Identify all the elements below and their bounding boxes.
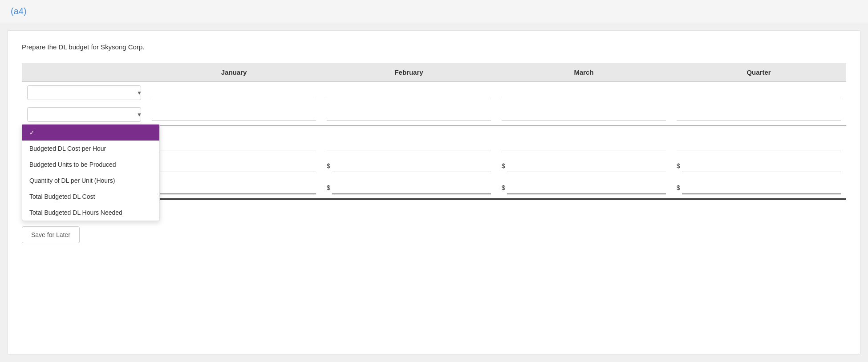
row5-feb-cell: $ bbox=[321, 177, 496, 199]
col-header-label bbox=[22, 63, 146, 82]
row2-dropdown[interactable]: Budgeted DL Cost per Hour Budgeted Units… bbox=[27, 107, 141, 122]
row4-feb-cell: $ bbox=[321, 155, 496, 177]
row5-feb-dollar: $ bbox=[327, 184, 330, 191]
dropdown-overlay: ✓ Budgeted DL Cost per Hour Budgeted Uni… bbox=[22, 124, 160, 221]
dropdown-option-1[interactable]: Budgeted DL Cost per Hour bbox=[22, 141, 159, 157]
row3-mar-input[interactable] bbox=[502, 137, 666, 150]
checkmark-icon: ✓ bbox=[29, 129, 35, 136]
row4-mar-cell: $ bbox=[496, 155, 671, 177]
col-header-february: February bbox=[321, 63, 496, 82]
row3-qtr-cell bbox=[671, 133, 846, 155]
row2-feb-cell bbox=[321, 104, 496, 126]
row4-feb-dollar: $ bbox=[327, 162, 330, 169]
row3-feb-cell bbox=[321, 133, 496, 155]
row5-mar-cell: $ bbox=[496, 177, 671, 199]
table-row-1: Budgeted DL Cost per Hour Budgeted Units… bbox=[22, 82, 846, 104]
row3-feb-input[interactable] bbox=[327, 137, 491, 150]
dropdown-option-label-4: Total Budgeted DL Cost bbox=[29, 193, 95, 200]
row1-mar-cell bbox=[496, 82, 671, 104]
row1-qtr-cell bbox=[671, 82, 846, 104]
row5-mar-dollar: $ bbox=[502, 184, 505, 191]
row4-jan-cell: $ bbox=[146, 155, 321, 177]
dropdown-option-4[interactable]: Total Budgeted DL Cost bbox=[22, 189, 159, 205]
row5-mar-input[interactable] bbox=[507, 181, 666, 194]
row5-jan-input[interactable] bbox=[157, 181, 316, 194]
row1-dropdown[interactable]: Budgeted DL Cost per Hour Budgeted Units… bbox=[27, 85, 141, 100]
row1-jan-cell bbox=[146, 82, 321, 104]
col-header-march: March bbox=[496, 63, 671, 82]
row2-qtr-cell bbox=[671, 104, 846, 126]
sep-feb-cell bbox=[321, 126, 496, 133]
col-header-quarter: Quarter bbox=[671, 63, 846, 82]
row4-mar-dollar: $ bbox=[502, 162, 505, 169]
row4-qtr-cell: $ bbox=[671, 155, 846, 177]
dropdown-option-label-2: Budgeted Units to be Produced bbox=[29, 161, 116, 168]
sep-qtr-cell bbox=[671, 126, 846, 133]
row1-qtr-input[interactable] bbox=[677, 86, 841, 99]
instructions-text: Prepare the DL budget for Skysong Corp. bbox=[22, 43, 846, 51]
page-title: (a4) bbox=[11, 6, 27, 16]
row2-dropdown-cell: Budgeted DL Cost per Hour Budgeted Units… bbox=[22, 104, 146, 126]
sep-jan-cell bbox=[146, 126, 321, 133]
row4-mar-input[interactable] bbox=[507, 159, 666, 172]
row3-mar-cell bbox=[496, 133, 671, 155]
row1-jan-input[interactable] bbox=[152, 86, 316, 99]
row2-jan-input[interactable] bbox=[152, 108, 316, 121]
row4-qtr-input[interactable] bbox=[682, 159, 841, 172]
row1-feb-cell bbox=[321, 82, 496, 104]
row3-jan-input[interactable] bbox=[152, 137, 316, 150]
top-bar: (a4) bbox=[0, 0, 868, 23]
dropdown-option-0[interactable]: ✓ bbox=[22, 125, 159, 141]
row4-jan-input[interactable] bbox=[157, 159, 316, 172]
table-header-row: January February March Quarter bbox=[22, 63, 846, 82]
row3-jan-cell bbox=[146, 133, 321, 155]
dropdown-option-3[interactable]: Quantity of DL per Unit (Hours) bbox=[22, 173, 159, 189]
row2-feb-input[interactable] bbox=[327, 108, 491, 121]
dropdown-option-2[interactable]: Budgeted Units to be Produced bbox=[22, 157, 159, 173]
save-button[interactable]: Save for Later bbox=[22, 226, 80, 243]
dropdown-option-label-1: Budgeted DL Cost per Hour bbox=[29, 145, 106, 152]
row1-dropdown-cell: Budgeted DL Cost per Hour Budgeted Units… bbox=[22, 82, 146, 104]
dropdown-option-label-5: Total Budgeted DL Hours Needed bbox=[29, 209, 122, 216]
row4-feb-input[interactable] bbox=[332, 159, 491, 172]
row4-qtr-dollar: $ bbox=[677, 162, 680, 169]
row5-jan-cell: $ bbox=[146, 177, 321, 199]
sep-mar-cell bbox=[496, 126, 671, 133]
row2-mar-cell bbox=[496, 104, 671, 126]
col-header-january: January bbox=[146, 63, 321, 82]
row2-mar-input[interactable] bbox=[502, 108, 666, 121]
row5-feb-input[interactable] bbox=[332, 181, 491, 194]
row5-qtr-cell: $ bbox=[671, 177, 846, 199]
dropdown-option-label-3: Quantity of DL per Unit (Hours) bbox=[29, 177, 115, 184]
row3-qtr-input[interactable] bbox=[677, 137, 841, 150]
row5-qtr-dollar: $ bbox=[677, 184, 680, 191]
table-row-2: Budgeted DL Cost per Hour Budgeted Units… bbox=[22, 104, 846, 126]
row5-qtr-input[interactable] bbox=[682, 181, 841, 194]
row2-jan-cell bbox=[146, 104, 321, 126]
row1-mar-input[interactable] bbox=[502, 86, 666, 99]
main-content: Prepare the DL budget for Skysong Corp. … bbox=[7, 30, 861, 355]
row1-feb-input[interactable] bbox=[327, 86, 491, 99]
row2-qtr-input[interactable] bbox=[677, 108, 841, 121]
dropdown-option-5[interactable]: Total Budgeted DL Hours Needed bbox=[22, 205, 159, 221]
